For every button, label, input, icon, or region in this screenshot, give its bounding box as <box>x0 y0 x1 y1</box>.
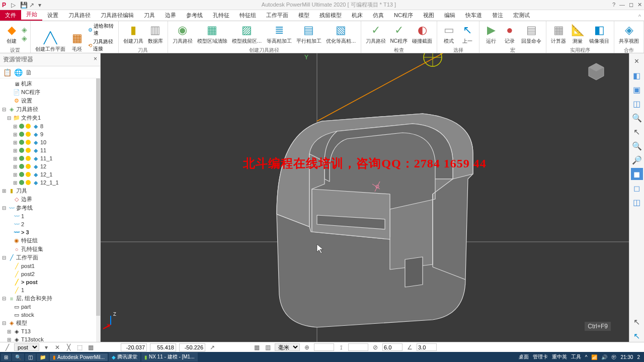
tree-tp-item[interactable]: ⊞◆12_1_1 <box>0 178 100 187</box>
tree-wp-item[interactable]: ╱post1 <box>0 262 100 270</box>
clip-icon[interactable]: 🗎 <box>25 68 33 76</box>
raster-button[interactable]: ▤平行精加工 <box>295 22 323 46</box>
rt-zoom[interactable]: 🔍 <box>631 112 643 124</box>
tab-featgrp[interactable]: 特征组 <box>234 10 261 21</box>
start-button[interactable]: ⊞ <box>1 353 11 361</box>
tree-workplanes[interactable]: ⊟╱工作平面 <box>0 253 100 262</box>
tab-tool[interactable]: 刀具 <box>139 10 160 21</box>
tree-ref-item[interactable]: 〰1 <box>0 212 100 220</box>
tab-toolpath-edit[interactable]: 刀具路径编辑 <box>96 10 139 21</box>
tab-nc[interactable]: NC程序 <box>389 10 418 21</box>
sb-axis-icon[interactable]: ╱ <box>3 344 11 351</box>
create-workplane-button[interactable]: ╱╲创建工作平面 <box>34 30 67 54</box>
stock-button[interactable]: ▦毛坯 <box>68 30 86 54</box>
mode-button[interactable]: ▭模式 <box>440 22 457 46</box>
search-button[interactable]: 🔍 <box>12 353 24 361</box>
rt-cursor[interactable]: ↖ <box>631 126 643 138</box>
tree-bounds[interactable]: ◇边界 <box>0 195 100 204</box>
mirror-button[interactable]: ◧镜像项目 <box>588 22 611 46</box>
tray-item[interactable]: 桌面 <box>519 353 529 360</box>
tree-wp-item[interactable]: ╱> post <box>0 278 100 286</box>
sb-input2[interactable] <box>348 343 368 351</box>
tree-featgrp[interactable]: ◉特征组 <box>0 236 100 245</box>
tree-nc[interactable]: 📄NC程序 <box>0 88 100 97</box>
sb-icon[interactable]: ▦ <box>253 344 261 351</box>
open-icon[interactable]: ▷ <box>11 2 18 9</box>
tray-item[interactable]: 重中英 <box>552 353 567 360</box>
tree-tp-item[interactable]: ⊞◆9 <box>0 130 100 138</box>
fileexplorer-button[interactable]: 📁 <box>37 353 49 361</box>
sb-input1[interactable] <box>314 343 334 351</box>
tree-holefeat[interactable]: ○孔特征集 <box>0 245 100 253</box>
tab-boundary[interactable]: 边界 <box>160 10 181 21</box>
workplane-select[interactable]: post <box>14 343 39 351</box>
tab-setup[interactable]: 设置 <box>42 10 63 21</box>
rt-hidden[interactable]: ◫ <box>631 196 643 208</box>
tray-net[interactable]: 📶 <box>591 354 597 360</box>
run-button[interactable]: ▶运行 <box>482 22 500 46</box>
tab-edit[interactable]: 编辑 <box>439 10 460 21</box>
record-button[interactable]: ●记录 <box>501 22 518 46</box>
feed-speed[interactable]: ⚙进给和转速 <box>87 22 115 37</box>
sb-icon[interactable]: ▾ <box>42 344 50 351</box>
task-nx[interactable]: ▮NX 11 - 建模 - [M1... <box>141 352 198 361</box>
sb-icon[interactable]: ↗ <box>208 344 216 351</box>
task-tencent[interactable]: ◆腾讯课堂 <box>109 352 140 361</box>
verify-nc-button[interactable]: ✓NC程序 <box>389 22 409 46</box>
tab-model[interactable]: 模型 <box>293 10 314 21</box>
rt-shade[interactable]: ◼ <box>631 168 643 180</box>
tab-refline[interactable]: 参考线 <box>181 10 208 21</box>
tree-model-item[interactable]: ⊞◈T13 <box>0 327 100 335</box>
tray-date[interactable]: 2 <box>637 354 640 360</box>
rt-close[interactable]: × <box>631 55 643 67</box>
area-clear-button[interactable]: ▦模型区域清除 <box>196 22 229 46</box>
optimized-button[interactable]: ▧优化等高精… <box>325 22 358 46</box>
tab-start[interactable]: 开始 <box>21 9 42 21</box>
sb-icon[interactable]: ▦ <box>87 344 95 351</box>
sb-icon[interactable]: ╳ <box>64 344 72 351</box>
tree-wp-item[interactable]: ╱post2 <box>0 270 100 278</box>
sb-angle-icon[interactable]: ∠ <box>406 344 414 351</box>
sb-snap-icon[interactable]: ⟟ <box>337 344 345 351</box>
collision-button[interactable]: ◐碰撞截面 <box>411 22 434 46</box>
rest-area-button[interactable]: ▨模型残留区… <box>230 22 264 46</box>
rt-pick[interactable]: ↖ <box>631 316 643 328</box>
tray-vol[interactable]: 🔊 <box>601 354 607 360</box>
tray-item[interactable]: 管理卡 <box>533 353 548 360</box>
tab-file[interactable]: 文件 <box>0 10 21 21</box>
tab-hole[interactable]: 孔特征 <box>208 10 234 21</box>
rt-wire[interactable]: ◻ <box>631 182 643 194</box>
tree-refs[interactable]: ⊟〰参考线 <box>0 204 100 212</box>
clipboard-icon[interactable]: 📋 <box>3 68 11 76</box>
tray-ime[interactable]: ㊥ <box>611 353 616 360</box>
tab-residual[interactable]: 残留模型 <box>314 10 347 21</box>
sidebar-close[interactable]: × <box>94 55 97 64</box>
tree-tools[interactable]: ⊞▮刀具 <box>0 187 100 195</box>
create-tool-button[interactable]: ▮创建刀具 <box>122 22 145 46</box>
tree-tp-item[interactable]: ⊞◆12 <box>0 162 100 170</box>
rt-select[interactable]: ↖ <box>631 330 643 342</box>
tray-time[interactable]: 21:30 <box>620 354 633 360</box>
viewport-3d[interactable]: x z Y 北斗编程在线培训，咨询QQ：2784 1659 44 Ctrl+F9 <box>101 53 629 342</box>
arrow-icon[interactable]: ↗ <box>29 2 36 9</box>
tab-macrotest[interactable]: 宏测试 <box>508 10 535 21</box>
dropdown-icon[interactable]: ▾ <box>38 2 45 9</box>
tol2-input[interactable] <box>417 343 437 351</box>
tree-tp-item[interactable]: ⊞◆11_1 <box>0 154 100 162</box>
share-button[interactable]: ◈共享视图 <box>617 22 640 46</box>
tree-wp-item[interactable]: ╱1 <box>0 286 100 294</box>
tree-tp-item[interactable]: ⊞◆10 <box>0 138 100 146</box>
rt-fit[interactable]: 🔍 <box>631 140 643 152</box>
tree-tp-item[interactable]: ⊞◆8 <box>0 122 100 130</box>
tree-tp-item[interactable]: ⊞◆11 <box>0 146 100 154</box>
sb-icon[interactable]: ⬚ <box>75 344 84 351</box>
tree-toolpaths[interactable]: ⊟◈刀具路径 <box>0 105 100 114</box>
rt-iso[interactable]: ◧ <box>631 69 643 81</box>
tree-layers[interactable]: ⊟≡层, 组合和夹持 <box>0 294 100 303</box>
tree-machine[interactable]: 🖥机床 <box>0 79 100 88</box>
close-icon[interactable]: ✕ <box>637 2 642 8</box>
tray-up[interactable]: ^ <box>585 354 588 360</box>
tab-workplane[interactable]: 工作平面 <box>261 10 293 21</box>
tab-view[interactable]: 视图 <box>418 10 439 21</box>
prev-button[interactable]: ↖上一 <box>459 22 476 46</box>
